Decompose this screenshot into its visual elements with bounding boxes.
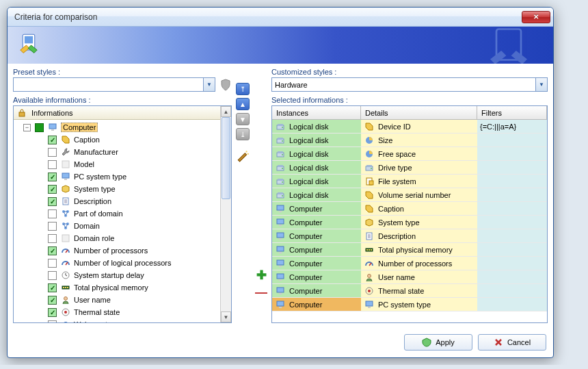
shield-icon	[219, 79, 232, 91]
move-down-button[interactable]: ▼	[236, 113, 250, 125]
available-tree: Informations − Computer CaptionManufactu…	[13, 105, 232, 323]
tree-item[interactable]: Description	[14, 195, 220, 207]
dialog-window: Criteria for comparison ✕ Preset styles …	[7, 7, 554, 358]
grid-row[interactable]: ComputerPC system type	[272, 298, 547, 311]
preset-label: Preset styles :	[13, 68, 232, 76]
apply-button[interactable]: Apply	[404, 334, 472, 351]
tree-item[interactable]: System type	[14, 183, 220, 195]
grid-row[interactable]: ComputerUser name	[272, 270, 547, 284]
instance-cell: Computer	[289, 246, 322, 254]
titlebar[interactable]: Criteria for comparison ✕	[8, 8, 553, 27]
disk-icon	[275, 121, 285, 131]
tree-header[interactable]: Informations	[14, 106, 220, 120]
grid-row[interactable]: ComputerDescription	[272, 229, 547, 243]
checkbox[interactable]	[48, 246, 57, 255]
scroll-thumb[interactable]	[222, 117, 230, 199]
grid-row[interactable]: ComputerNumber of processors	[272, 257, 547, 270]
checkbox[interactable]	[48, 296, 57, 305]
checkbox[interactable]	[48, 136, 57, 144]
chevron-down-icon[interactable]: ▼	[535, 78, 547, 91]
tree-list[interactable]: − Computer CaptionManufacturerModelPC sy…	[14, 120, 220, 322]
checkbox[interactable]	[48, 271, 57, 280]
grid-header[interactable]: Instances Details Filters	[272, 106, 547, 120]
svg-rect-8	[64, 179, 67, 180]
tree-item[interactable]: Caption	[14, 133, 220, 146]
tree-item[interactable]: System startup delay	[14, 269, 220, 281]
selected-grid: Instances Details Filters Logical diskDe…	[271, 105, 548, 323]
detail-cell: PC system type	[378, 301, 431, 309]
scroll-down-icon[interactable]: ▼	[221, 311, 231, 322]
tree-item-label: Model	[74, 160, 94, 168]
grid-row[interactable]: Logical diskFree space	[272, 147, 547, 161]
tag-icon	[364, 121, 374, 131]
tree-item-label: System startup delay	[74, 271, 144, 279]
tree-item[interactable]: Model	[14, 158, 220, 170]
collapse-icon[interactable]: −	[23, 124, 31, 131]
checkbox[interactable]	[48, 185, 57, 194]
grid-body[interactable]: Logical diskDevice ID{=C:|||a=A}Logical …	[272, 120, 547, 322]
checkbox[interactable]	[48, 234, 57, 243]
svg-point-82	[368, 290, 371, 292]
move-top-button[interactable]: ⤒	[236, 83, 250, 95]
checkbox[interactable]	[48, 173, 57, 181]
grid-row[interactable]: ComputerThermal state	[272, 284, 547, 298]
checkbox[interactable]	[48, 160, 57, 169]
close-button[interactable]: ✕	[522, 11, 550, 23]
tree-item[interactable]: Domain role	[14, 232, 220, 244]
chevron-down-icon[interactable]: ▼	[203, 78, 215, 91]
instance-cell: Computer	[289, 259, 322, 268]
tree-item[interactable]: Manufacturer	[14, 146, 220, 158]
svg-rect-25	[65, 287, 66, 288]
tree-item[interactable]: Number of processors	[14, 244, 220, 257]
tree-root[interactable]: − Computer	[14, 121, 220, 133]
tree-item[interactable]: Thermal state	[14, 306, 220, 318]
checkbox[interactable]	[48, 148, 57, 157]
grid-row[interactable]: ComputerTotal physical memory	[272, 243, 547, 257]
checkbox[interactable]	[35, 123, 44, 132]
checkbox[interactable]	[48, 308, 57, 317]
scroll-up-icon[interactable]: ▲	[221, 106, 231, 117]
tree-item[interactable]: PC system type	[14, 170, 220, 183]
tree-item[interactable]: Number of logical processors	[14, 257, 220, 269]
preset-combo[interactable]: ▼	[13, 77, 215, 92]
pc-icon	[275, 285, 285, 296]
tree-item-label: Domain role	[74, 234, 114, 242]
move-bottom-button[interactable]: ⤓	[236, 128, 250, 140]
svg-rect-59	[277, 219, 284, 224]
svg-rect-7	[62, 173, 69, 178]
grid-row[interactable]: Logical diskFile system	[272, 175, 547, 188]
customized-label: Customized styles :	[271, 68, 548, 76]
tree-item[interactable]: Part of domain	[14, 207, 220, 220]
wand-icon[interactable]	[236, 149, 250, 162]
add-button[interactable]: ✚	[256, 268, 267, 283]
col-details[interactable]: Details	[361, 106, 477, 119]
grid-row[interactable]: Logical diskVolume serial number	[272, 188, 547, 202]
tree-item[interactable]: Wake up type	[14, 318, 220, 322]
checkbox[interactable]	[48, 283, 57, 292]
tree-item[interactable]: Total physical memory	[14, 281, 220, 294]
grid-row[interactable]: ComputerSystem type	[272, 216, 547, 229]
tree-item[interactable]: Domain	[14, 220, 220, 232]
pie-icon	[364, 149, 374, 159]
checkbox[interactable]	[48, 222, 57, 231]
checkbox[interactable]	[48, 320, 57, 323]
col-instances[interactable]: Instances	[272, 106, 361, 119]
grid-row[interactable]: Logical diskDrive type	[272, 161, 547, 175]
grid-row[interactable]: ComputerCaption	[272, 202, 547, 216]
cancel-button[interactable]: Cancel	[478, 334, 546, 351]
window-title: Criteria for comparison	[14, 12, 522, 22]
grid-row[interactable]: Logical diskSize	[272, 133, 547, 147]
checkbox[interactable]	[48, 209, 57, 218]
grid-row[interactable]: Logical diskDevice ID{=C:|||a=A}	[272, 120, 547, 133]
checkbox[interactable]	[48, 197, 57, 206]
customized-combo[interactable]: Hardware ▼	[271, 77, 548, 92]
col-filters[interactable]: Filters	[477, 106, 547, 119]
tree-item[interactable]: User name	[14, 294, 220, 306]
checkbox[interactable]	[48, 259, 57, 268]
tree-item-label: Description	[74, 197, 111, 205]
remove-button[interactable]: —	[255, 285, 267, 300]
move-up-button[interactable]: ▲	[236, 98, 250, 110]
svg-rect-58	[279, 211, 282, 212]
scrollbar[interactable]: ▲ ▼	[220, 106, 231, 322]
tree-item-label: Domain	[74, 222, 100, 230]
